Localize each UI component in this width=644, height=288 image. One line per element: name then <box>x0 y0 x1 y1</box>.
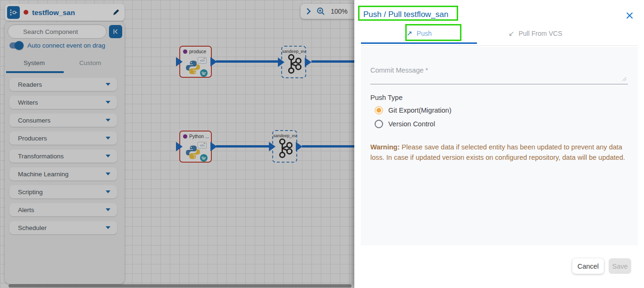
modal-title: Push / Pull testflow_san <box>363 10 448 19</box>
save-button[interactable]: Save <box>609 258 631 274</box>
active-tab-underline <box>361 42 477 44</box>
radio-label: Git Export(Migration) <box>388 107 452 114</box>
pull-arrow-icon: ↙ <box>509 29 515 38</box>
divider <box>361 45 638 46</box>
push-form: Push Type Git Export(Migration) Version … <box>361 47 638 246</box>
push-type-label: Push Type <box>370 94 402 101</box>
push-pull-modal: Push / Pull testflow_san ↗ Push ↙ Pull F… <box>354 0 644 288</box>
close-icon[interactable] <box>625 11 635 20</box>
warning-prefix: Warning: <box>370 143 400 151</box>
radio-selected-icon[interactable] <box>375 106 383 115</box>
push-arrow-icon: ↗ <box>407 29 413 38</box>
radio-label: Version Control <box>388 120 435 128</box>
tab-pull-label: Pull From VCS <box>519 30 562 37</box>
tab-push-label: Push <box>417 30 432 37</box>
warning-text: Warning: Please save data if selected en… <box>370 142 635 163</box>
commit-message-field[interactable] <box>370 60 628 84</box>
warning-body: Please save data if selected entity has … <box>370 143 625 161</box>
cancel-button[interactable]: Cancel <box>572 258 604 274</box>
app-window: produce ••</> sandeep_ev... <box>0 0 644 288</box>
modal-tabs: ↗ Push ↙ Pull From VCS <box>361 25 594 42</box>
tab-pull-from-vcs[interactable]: ↙ Pull From VCS <box>477 25 594 42</box>
radio-git-export[interactable]: Git Export(Migration) <box>375 106 452 115</box>
radio-unselected-icon[interactable] <box>375 120 383 128</box>
resize-handle-icon[interactable] <box>622 77 627 82</box>
tab-push[interactable]: ↗ Push <box>361 25 477 42</box>
radio-version-control[interactable]: Version Control <box>375 120 435 128</box>
modal-backdrop[interactable] <box>0 0 354 288</box>
